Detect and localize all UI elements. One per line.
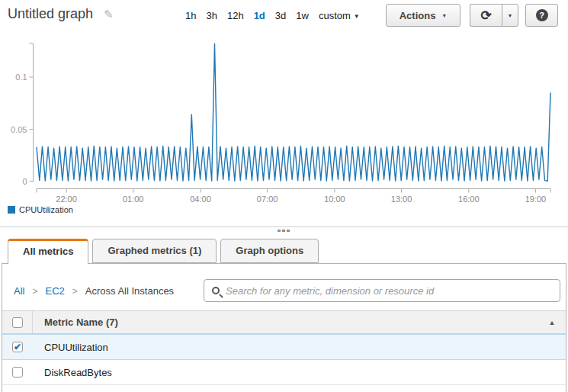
svg-text:0.1: 0.1 [15,72,27,82]
tab-graph-options[interactable]: Graph options [220,239,319,263]
table-row-cpuutilization[interactable]: ✔CPUUtilization [2,334,566,360]
metric-name: CPUUtilization [33,335,108,359]
tab-graphed-metrics-1[interactable]: Graphed metrics (1) [92,239,217,263]
table-header-row: Metric Name (7) ▲ [2,310,566,334]
svg-text:0.05: 0.05 [11,125,27,134]
tab-all-metrics[interactable]: All metrics [8,239,88,264]
edit-title-pencil-icon[interactable]: ✎ [104,8,114,21]
select-all-checkbox[interactable] [12,317,23,328]
help-button[interactable]: ? [525,4,558,27]
chevron-down-icon: ▼ [441,13,447,18]
breadcrumb-across-all-instances: Across All Instances [85,285,174,297]
metric-rows: ✔CPUUtilizationDiskReadBytes [2,335,566,392]
graph-header: Untitled graph ✎ 1h3h12h1d3d1wcustom▼ Ac… [0,0,568,31]
time-range-1d[interactable]: 1d [254,10,265,21]
time-range-1w[interactable]: 1w [296,10,309,21]
sort-ascending-icon[interactable]: ▲ [538,311,566,333]
breadcrumb-ec2[interactable]: EC2 [45,285,64,297]
all-metrics-pane: All>EC2>Across All Instances Metric Name… [2,263,566,392]
svg-text:0: 0 [22,177,27,186]
time-range-selector: 1h3h12h1d3d1wcustom▼ [185,0,360,31]
chart-legend: CPUUtilization [8,205,73,214]
refresh-options-button[interactable]: ▼ [502,4,518,27]
table-row-diskreadbytes[interactable]: DiskReadBytes [2,360,566,385]
svg-text:10:00: 10:00 [324,194,345,204]
chevron-down-icon: ▼ [508,13,513,18]
svg-text:01:00: 01:00 [123,194,144,204]
metric-name-column-header[interactable]: Metric Name (7) [33,311,538,333]
resize-handle-icon[interactable] [278,230,290,232]
chevron-down-icon: ▼ [354,13,360,20]
svg-text:13:00: 13:00 [391,194,412,204]
svg-text:16:00: 16:00 [458,194,480,204]
search-icon [212,287,220,294]
custom-range-dropdown[interactable]: custom▼ [319,10,360,21]
svg-text:22:00: 22:00 [56,194,77,204]
search-input[interactable] [226,285,554,297]
graph-title: Untitled graph [8,6,93,22]
table-row-partial [2,385,566,392]
breadcrumb-separator: > [32,286,37,297]
time-range-1h[interactable]: 1h [185,10,196,21]
metric-line-chart[interactable]: 00.050.122:0001:0004:0007:0010:0013:0016… [0,31,568,206]
breadcrumb-separator: > [72,286,78,297]
breadcrumb-all[interactable]: All [14,285,24,297]
svg-text:04:00: 04:00 [190,194,211,204]
breadcrumb: All>EC2>Across All Instances [14,285,174,297]
svg-text:19:00: 19:00 [525,194,547,204]
legend-color-swatch [8,206,15,214]
time-range-3h[interactable]: 3h [206,10,217,21]
refresh-button[interactable]: ⟳ [470,4,502,27]
metrics-tabs: All metricsGraphed metrics (1)Graph opti… [8,239,319,263]
time-range-12h[interactable]: 12h [227,10,244,21]
svg-text:07:00: 07:00 [257,194,278,204]
chart-canvas: 00.050.122:0001:0004:0007:0010:0013:0016… [0,31,568,206]
metric-name: DiskReadBytes [33,360,112,384]
help-icon: ? [536,9,548,21]
refresh-icon: ⟳ [480,9,491,22]
legend-label[interactable]: CPUUtilization [19,205,73,214]
checkbox-checked[interactable]: ✔ [12,342,23,352]
pane-divider [0,227,568,227]
time-range-3d[interactable]: 3d [275,10,286,21]
checkbox-unchecked[interactable] [12,367,23,378]
actions-button-label: Actions [400,10,436,21]
actions-button[interactable]: Actions ▼ [386,4,460,27]
metric-search-box [204,279,560,302]
refresh-split-button: ⟳ ▼ [470,4,518,27]
